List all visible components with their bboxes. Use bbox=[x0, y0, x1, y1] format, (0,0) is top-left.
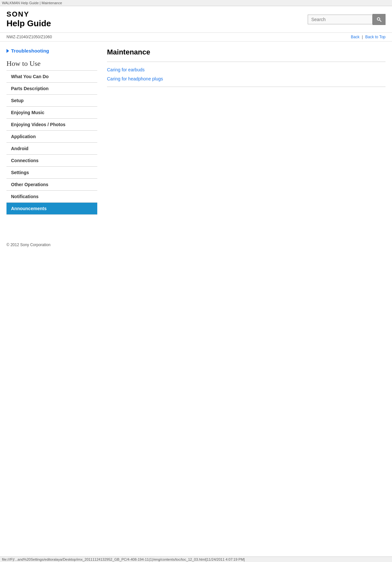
back-link[interactable]: Back bbox=[351, 35, 360, 39]
sidebar-item-android[interactable]: Android bbox=[6, 143, 97, 155]
content-divider-bottom bbox=[107, 87, 386, 87]
nav-separator: | bbox=[362, 35, 363, 39]
search-area bbox=[308, 14, 386, 25]
sidebar-item-parts-description[interactable]: Parts Description bbox=[6, 83, 97, 95]
search-input[interactable] bbox=[308, 15, 373, 24]
content: Maintenance Caring for earbuds Caring fo… bbox=[107, 48, 386, 230]
nav-bar: NWZ-Z1040/Z1050/Z1060 Back | Back to Top bbox=[0, 33, 392, 42]
sony-logo: SONY bbox=[6, 10, 51, 18]
troubleshooting-link[interactable]: Troubleshooting bbox=[6, 48, 97, 54]
chevron-right-icon bbox=[6, 49, 9, 53]
caring-for-headphone-plugs-link[interactable]: Caring for headphone plugs bbox=[107, 74, 386, 83]
sidebar-item-enjoying-videos-photos[interactable]: Enjoying Videos / Photos bbox=[6, 119, 97, 131]
copyright: © 2012 Sony Corporation bbox=[6, 243, 51, 247]
caring-for-earbuds-link[interactable]: Caring for earbuds bbox=[107, 65, 386, 74]
sidebar-item-enjoying-music[interactable]: Enjoying Music bbox=[6, 107, 97, 119]
sidebar-item-settings[interactable]: Settings bbox=[6, 167, 97, 179]
sidebar-item-what-you-can-do[interactable]: What You Can Do bbox=[6, 71, 97, 83]
sidebar: Troubleshooting How to Use What You Can … bbox=[6, 48, 97, 230]
sidebar-item-application[interactable]: Application bbox=[6, 131, 97, 143]
logo-area: SONY Help Guide bbox=[6, 10, 51, 29]
footer: © 2012 Sony Corporation bbox=[0, 236, 392, 250]
help-guide-title: Help Guide bbox=[6, 18, 51, 29]
how-to-use-heading: How to Use bbox=[6, 59, 97, 68]
back-to-top-link[interactable]: Back to Top bbox=[365, 35, 386, 39]
content-title: Maintenance bbox=[107, 48, 386, 56]
browser-title: WALKMAN Help Guide | Maintenance bbox=[0, 0, 392, 6]
sidebar-item-other-operations[interactable]: Other Operations bbox=[6, 179, 97, 191]
device-model: NWZ-Z1040/Z1050/Z1060 bbox=[6, 35, 52, 39]
nav-links: Back | Back to Top bbox=[351, 35, 386, 39]
svg-line-1 bbox=[380, 20, 381, 22]
sidebar-item-connections[interactable]: Connections bbox=[6, 155, 97, 167]
sidebar-item-announcements[interactable]: Announcements bbox=[6, 203, 97, 215]
svg-point-0 bbox=[377, 18, 380, 20]
header: SONY Help Guide bbox=[0, 6, 392, 33]
main-container: Troubleshooting How to Use What You Can … bbox=[0, 42, 392, 236]
content-divider-top bbox=[107, 62, 386, 62]
search-button[interactable] bbox=[373, 14, 386, 25]
sidebar-item-setup[interactable]: Setup bbox=[6, 95, 97, 107]
sidebar-item-notifications[interactable]: Notifications bbox=[6, 191, 97, 203]
search-icon bbox=[376, 17, 382, 22]
